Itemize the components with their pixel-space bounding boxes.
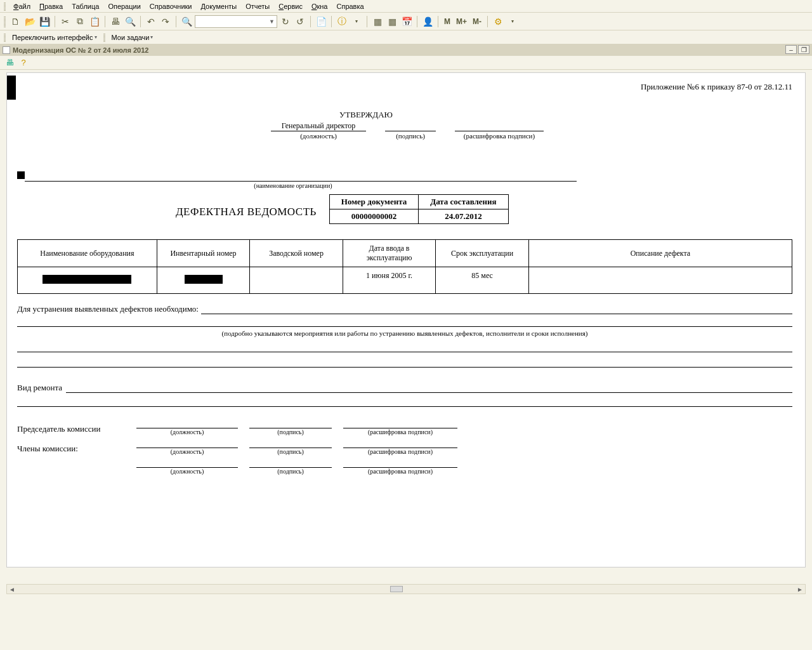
decipher-caption: (расшифровка подписи) xyxy=(343,468,457,475)
help-icon[interactable]: ? xyxy=(18,57,29,69)
menu-refs[interactable]: Справочники xyxy=(146,1,196,11)
redacted-inventory xyxy=(185,275,223,284)
separator xyxy=(417,16,417,27)
separator xyxy=(176,16,176,27)
window-buttons: – ❐ xyxy=(785,45,809,54)
separator xyxy=(140,16,141,27)
position-caption: (должность) xyxy=(136,448,238,455)
copy-icon[interactable]: ⧉ xyxy=(74,15,86,28)
scroll-left-icon[interactable]: ◄ xyxy=(7,586,17,593)
menu-service[interactable]: Сервис xyxy=(275,1,306,11)
calc2-icon[interactable]: ▦ xyxy=(386,15,398,28)
position-caption: (должность) xyxy=(136,468,238,475)
commission-spacer xyxy=(17,474,125,475)
m-plus-button[interactable]: M+ xyxy=(454,17,469,26)
doc-date-header: Дата составления xyxy=(419,195,508,209)
cut-icon[interactable]: ✂ xyxy=(59,15,72,28)
repair-type-label: Вид ремонта xyxy=(17,383,62,393)
chevron-down-icon: ▾ xyxy=(150,34,153,40)
menu-help[interactable]: Справка xyxy=(332,1,367,11)
col-inventory: Инвентарный номер xyxy=(157,240,250,267)
menu-docs[interactable]: Документы xyxy=(197,1,240,11)
dropdown-icon[interactable]: ▾ xyxy=(350,15,363,28)
repair-type-line xyxy=(66,383,792,393)
switch-interface[interactable]: Переключить интерфейс ▾ xyxy=(10,32,100,43)
org-caption: (наименование организации) xyxy=(17,182,569,189)
document-toolbar: 🖶 ? xyxy=(0,56,812,70)
reload-back-icon[interactable]: ↻ xyxy=(279,15,292,28)
redo-icon[interactable]: ↷ xyxy=(159,15,172,28)
info-icon[interactable]: ⓘ xyxy=(336,15,348,28)
preview-icon[interactable]: 🔍 xyxy=(124,15,136,28)
signature-caption: (подпись) xyxy=(249,448,332,455)
calc1-icon[interactable]: ▦ xyxy=(371,15,384,28)
separator xyxy=(367,16,367,27)
open-icon[interactable]: 📂 xyxy=(23,15,36,28)
dropdown-icon[interactable]: ▾ xyxy=(506,15,519,28)
menu-windows[interactable]: Окна xyxy=(308,1,332,11)
minimize-button[interactable]: – xyxy=(785,45,797,54)
m-minus-button[interactable]: M- xyxy=(471,17,483,26)
new-doc-icon[interactable]: 🗋 xyxy=(9,15,22,28)
settings-icon[interactable]: ⚙ xyxy=(492,15,504,28)
grip-icon xyxy=(103,33,105,42)
print-mode-icon[interactable]: 🖶 xyxy=(4,57,15,69)
grip-icon xyxy=(4,2,6,11)
signature-caption: (подпись) xyxy=(249,428,332,435)
bottom-pad xyxy=(0,570,812,640)
scroll-thumb[interactable] xyxy=(390,586,403,592)
cell-defect xyxy=(528,267,792,294)
col-commission-date: Дата ввода в эксплуатацию xyxy=(343,240,436,267)
col-defect: Описание дефекта xyxy=(528,240,792,267)
signature-field xyxy=(385,121,436,131)
menu-table[interactable]: Таблица xyxy=(68,1,103,11)
my-tasks[interactable]: Мои задачи ▾ xyxy=(109,32,156,43)
search-icon[interactable]: 🔍 xyxy=(180,15,193,28)
save-icon[interactable]: 💾 xyxy=(38,15,51,28)
document-viewport[interactable]: Приложение №6 к приказу 87-0 от 28.12.11… xyxy=(6,72,806,567)
m-button[interactable]: M xyxy=(442,17,452,26)
scroll-track[interactable] xyxy=(17,585,795,593)
decipher-caption: (расшифровка подписи) xyxy=(455,132,544,140)
redacted-name xyxy=(43,275,131,284)
signature-line xyxy=(249,458,332,468)
menu-edit[interactable]: Правка xyxy=(36,1,67,11)
restore-button[interactable]: ❐ xyxy=(798,45,809,54)
search-combo[interactable]: ▼ xyxy=(195,15,277,28)
remedy-line xyxy=(17,318,792,327)
cell-service-life: 85 мес xyxy=(436,267,529,294)
signature-line xyxy=(249,418,332,428)
main-toolbar: 🗋 📂 💾 ✂ ⧉ 📋 🖶 🔍 ↶ ↷ 🔍 ▼ ↻ ↺ 📄 ⓘ ▾ ▦ ▦ 📅 … xyxy=(0,13,812,30)
print-icon[interactable]: 🖶 xyxy=(109,15,122,28)
remedy-label: Для устранения выявленных дефектов необх… xyxy=(17,304,199,314)
col-name: Наименование оборудования xyxy=(18,240,157,267)
user-icon[interactable]: 👤 xyxy=(421,15,434,28)
document-icon xyxy=(3,46,10,54)
paste-icon[interactable]: 📋 xyxy=(88,15,101,28)
remedy-line xyxy=(17,359,792,368)
horizontal-scrollbar[interactable]: ◄ ► xyxy=(6,584,806,594)
calendar-icon[interactable]: 📅 xyxy=(400,15,413,28)
decipher-line xyxy=(343,438,457,448)
menu-reports[interactable]: Отчеты xyxy=(242,1,273,11)
menu-file[interactable]: Файл xyxy=(10,1,34,11)
undo-icon[interactable]: ↶ xyxy=(145,15,157,28)
col-factory: Заводской номер xyxy=(250,240,343,267)
doc-date: 24.07.2012 xyxy=(419,209,508,224)
commission-members-label: Члены комиссии: xyxy=(17,444,125,455)
approve-label: УТВЕРЖДАЮ xyxy=(271,110,461,120)
scroll-right-icon[interactable]: ► xyxy=(795,586,805,593)
secondary-bar: Переключить интерфейс ▾ Мои задачи ▾ xyxy=(0,30,812,44)
marker-icon xyxy=(17,171,25,179)
remedy-line xyxy=(201,304,792,314)
position-line xyxy=(136,458,238,468)
signature-line xyxy=(249,438,332,448)
repair-type-line xyxy=(17,398,792,407)
remedy-line xyxy=(17,343,792,352)
separator xyxy=(487,16,488,27)
position-line xyxy=(136,418,238,428)
reload-fwd-icon[interactable]: ↺ xyxy=(294,15,306,28)
signature-caption: (подпись) xyxy=(249,468,332,475)
clipboard-icon[interactable]: 📄 xyxy=(315,15,327,28)
menu-operations[interactable]: Операции xyxy=(104,1,144,11)
